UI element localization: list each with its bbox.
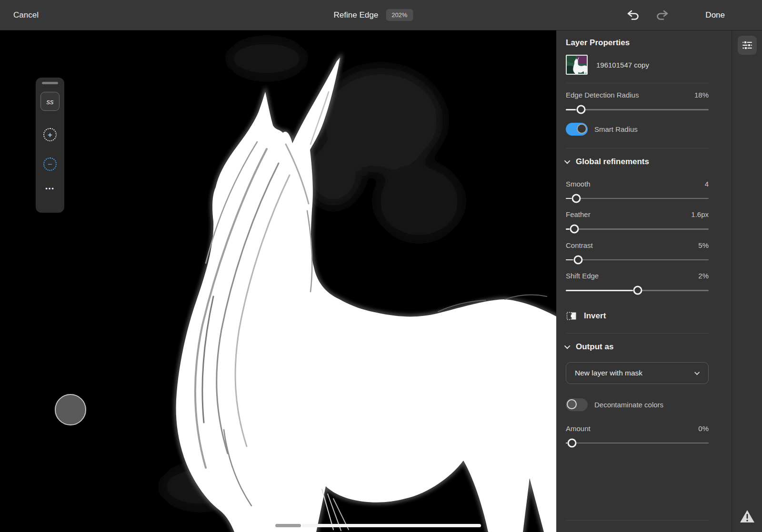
chevron-down-icon (694, 369, 700, 374)
invert-button[interactable]: Invert (566, 310, 709, 322)
adjustments-sliders-icon (742, 39, 753, 51)
decontaminate-colors-label: Decontaminate colors (594, 401, 663, 409)
title-group: Refine Edge 202% (334, 9, 413, 21)
edge-detection-label: Edge Detection Radius (566, 91, 639, 99)
canvas-scrollbar-start[interactable] (275, 524, 301, 527)
output-dropdown[interactable]: New layer with mask (566, 362, 709, 384)
cancel-button[interactable]: Cancel (13, 10, 39, 20)
layer-name: 196101547 copy (596, 61, 649, 69)
canvas[interactable]: ss + − ••• (0, 30, 556, 532)
divider (566, 520, 709, 521)
top-bar: Cancel Refine Edge 202% Done (0, 0, 762, 30)
feather-slider-handle[interactable] (570, 225, 579, 234)
divider (566, 333, 709, 334)
chevron-down-icon (564, 343, 571, 349)
contrast-label: Contrast (566, 241, 593, 249)
contrast-slider[interactable] (566, 259, 709, 261)
add-selection-tool[interactable]: + (43, 128, 57, 141)
smart-radius-toggle[interactable] (566, 123, 588, 136)
brush-cursor (55, 394, 86, 425)
refine-brush-tool[interactable]: ss (40, 92, 60, 111)
done-button[interactable]: Done (705, 10, 725, 20)
layer-thumbnail[interactable] (566, 55, 588, 75)
invert-label: Invert (584, 311, 606, 321)
smooth-slider-handle[interactable] (572, 194, 581, 203)
toggle-knob (567, 399, 577, 409)
amount-slider-handle[interactable] (567, 438, 576, 447)
edge-detection-value: 18% (694, 91, 709, 99)
smooth-label: Smooth (566, 180, 591, 188)
amount-value: 0% (698, 424, 709, 433)
more-tools-button[interactable]: ••• (45, 185, 55, 192)
redo-icon (655, 10, 669, 21)
mode-title: Refine Edge (334, 10, 379, 20)
subtract-selection-tool[interactable]: − (43, 158, 57, 171)
warning-icon[interactable] (739, 509, 755, 525)
toggle-knob (577, 124, 587, 134)
shift-edge-slider[interactable] (566, 290, 709, 291)
edge-detection-slider-handle[interactable] (576, 105, 585, 114)
panel-title: Layer Properties (566, 38, 709, 48)
output-as-title: Output as (576, 342, 613, 352)
decontaminate-colors-toggle[interactable] (566, 398, 588, 411)
chevron-down-icon (564, 158, 571, 164)
palette-drag-handle[interactable] (42, 82, 58, 84)
layer-row[interactable]: 196101547 copy (566, 55, 709, 75)
amount-label: Amount (566, 424, 591, 433)
feather-label: Feather (566, 210, 591, 218)
undo-icon (626, 10, 641, 21)
redo-button[interactable] (654, 9, 670, 21)
mask-preview-image (0, 30, 556, 532)
output-dropdown-value: New layer with mask (575, 369, 642, 377)
feather-value: 1.6px (691, 210, 709, 218)
divider (566, 148, 709, 148)
amount-slider[interactable] (566, 443, 709, 444)
properties-rail-button[interactable] (738, 36, 757, 55)
feather-slider[interactable] (566, 228, 709, 230)
global-refinements-header[interactable]: Global refinements (566, 157, 709, 167)
contrast-value: 5% (698, 241, 709, 249)
divider (566, 83, 709, 83)
smooth-slider[interactable] (566, 198, 709, 199)
shift-edge-label: Shift Edge (566, 272, 599, 280)
output-as-header[interactable]: Output as (566, 342, 709, 352)
smart-radius-label: Smart Radius (594, 125, 638, 133)
edge-detection-slider[interactable] (566, 109, 709, 110)
zoom-level-badge[interactable]: 202% (386, 9, 413, 21)
undo-button[interactable] (625, 9, 642, 21)
global-refinements-title: Global refinements (576, 157, 649, 167)
shift-edge-value: 2% (698, 272, 709, 280)
right-rail (732, 30, 762, 532)
refine-tool-palette[interactable]: ss + − ••• (36, 78, 64, 213)
invert-icon (566, 310, 577, 322)
layer-properties-panel: Layer Properties 196101547 copy Edge Det… (556, 30, 732, 532)
smooth-value: 4 (705, 180, 709, 188)
canvas-scrollbar[interactable] (302, 524, 481, 527)
contrast-slider-handle[interactable] (574, 255, 583, 264)
shift-edge-slider-handle[interactable] (633, 286, 642, 295)
